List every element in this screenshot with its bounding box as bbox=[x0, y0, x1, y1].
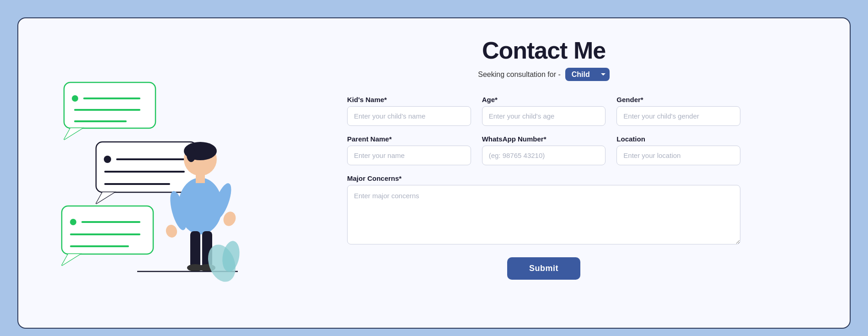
age-field-group: Age* bbox=[482, 96, 606, 126]
svg-point-17 bbox=[70, 219, 76, 225]
parent-name-input[interactable] bbox=[347, 146, 471, 165]
main-card: Contact Me Seeking consultation for - Ch… bbox=[17, 17, 851, 329]
concerns-section: Major Concerns* bbox=[347, 174, 740, 244]
gender-field-group: Gender* bbox=[616, 96, 740, 126]
whatsapp-input[interactable] bbox=[482, 146, 606, 165]
location-input[interactable] bbox=[616, 146, 740, 165]
illustration-section bbox=[41, 37, 261, 293]
major-concerns-textarea[interactable] bbox=[347, 185, 740, 244]
parent-name-field-group: Parent Name* bbox=[347, 135, 471, 165]
svg-point-3 bbox=[72, 95, 78, 102]
whatsapp-label: WhatsApp Number* bbox=[482, 135, 606, 143]
form-section: Contact Me Seeking consultation for - Ch… bbox=[261, 37, 827, 280]
subtitle-text: Seeking consultation for - bbox=[478, 70, 561, 79]
kids-name-field-group: Kid's Name* bbox=[347, 96, 471, 126]
age-input[interactable] bbox=[482, 106, 606, 126]
svg-rect-30 bbox=[190, 231, 200, 268]
consultation-select[interactable]: Child Adult Couple bbox=[565, 68, 610, 81]
svg-point-24 bbox=[187, 147, 196, 162]
location-label: Location bbox=[616, 135, 740, 143]
svg-rect-25 bbox=[196, 173, 205, 183]
age-label: Age* bbox=[482, 96, 606, 103]
form-grid: Kid's Name* Age* Gender* Parent Name* bbox=[347, 96, 740, 165]
outer-container: Contact Me Seeking consultation for - Ch… bbox=[9, 9, 859, 336]
location-field-group: Location bbox=[616, 135, 740, 165]
gender-label: Gender* bbox=[616, 96, 740, 103]
whatsapp-field-group: WhatsApp Number* bbox=[482, 135, 606, 165]
page-title: Contact Me bbox=[482, 37, 605, 64]
svg-point-27 bbox=[165, 223, 178, 238]
subtitle-row: Seeking consultation for - Child Adult C… bbox=[478, 68, 610, 81]
kids-name-input[interactable] bbox=[347, 106, 471, 126]
svg-point-10 bbox=[104, 156, 111, 163]
major-concerns-label: Major Concerns* bbox=[347, 174, 740, 182]
parent-name-label: Parent Name* bbox=[347, 135, 471, 143]
submit-button[interactable]: Submit bbox=[507, 257, 580, 280]
kids-name-label: Kid's Name* bbox=[347, 96, 471, 103]
gender-input[interactable] bbox=[616, 106, 740, 126]
illustration-svg bbox=[55, 55, 247, 293]
